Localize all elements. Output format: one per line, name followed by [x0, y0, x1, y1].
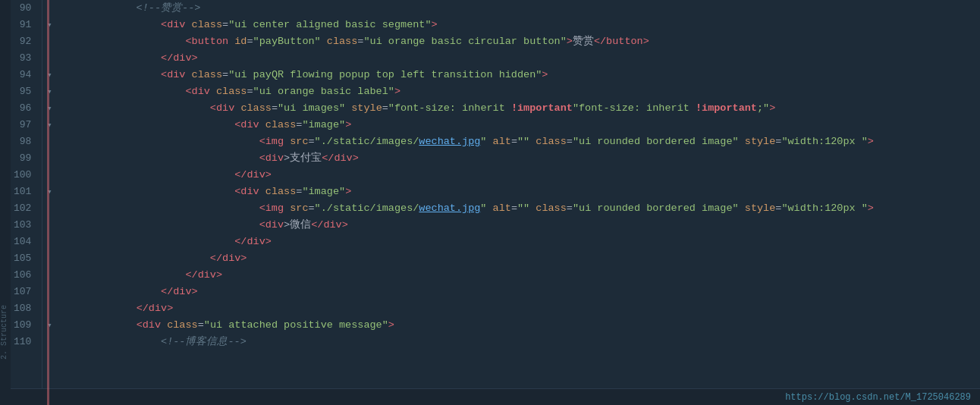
line-number: 108	[14, 300, 36, 317]
line-number: 99	[14, 150, 36, 167]
gutter-cell[interactable]	[42, 50, 56, 67]
code-content: <!--赞赏--> <div class="ui center aligned …	[56, 0, 980, 388]
line-number: 91	[14, 17, 36, 33]
code-line: <div class="ui images" style="font-size:…	[56, 100, 980, 117]
code-line: </div>	[56, 284, 980, 300]
gutter-cell[interactable]	[42, 67, 56, 83]
line-number: 101	[14, 184, 36, 200]
code-line: <div class="image">	[56, 117, 980, 133]
side-label: 2. Structure	[0, 0, 11, 388]
code-line: <div class="ui payQR flowing popup top l…	[56, 67, 980, 83]
line-number: 104	[14, 234, 36, 250]
line-number: 94	[14, 67, 36, 83]
code-line: <img src="./static/images/wechat.jpg" al…	[56, 200, 980, 217]
gutter-cell[interactable]	[42, 133, 56, 150]
gutter	[42, 0, 56, 388]
line-number: 92	[14, 33, 36, 50]
line-number: 110	[14, 334, 36, 350]
code-area: 2. Structure 909192939495969798991001011…	[0, 0, 980, 388]
gutter-cell[interactable]	[42, 83, 56, 100]
line-number: 103	[14, 217, 36, 234]
gutter-cell[interactable]	[42, 117, 56, 133]
line-number: 105	[14, 250, 36, 267]
gutter-cell[interactable]	[42, 334, 56, 350]
code-line: </div>	[56, 50, 980, 67]
code-line: </div>	[56, 267, 980, 284]
line-number: 100	[14, 167, 36, 184]
code-line: </div>	[56, 234, 980, 250]
code-line: <button id="payButton" class="ui orange …	[56, 33, 980, 50]
line-number: 97	[14, 117, 36, 133]
gutter-cell[interactable]	[42, 0, 56, 17]
structure-label: 2. Structure	[0, 305, 11, 359]
code-line: </div>	[56, 250, 980, 267]
line-numbers-inner: 9091929394959697989910010110210310410510…	[14, 0, 36, 350]
code-line: <!--博客信息-->	[56, 334, 980, 350]
gutter-cell[interactable]	[42, 284, 56, 300]
editor-container: 2. Structure 909192939495969798991001011…	[0, 0, 980, 405]
bottom-bar: https://blog.csdn.net/M_1725046289	[0, 388, 980, 405]
line-number: 98	[14, 133, 36, 150]
code-line: <div class="ui center aligned basic segm…	[56, 17, 980, 33]
line-number: 102	[14, 200, 36, 217]
code-line: </div>	[56, 300, 980, 317]
bottom-url: https://blog.csdn.net/M_1725046289	[785, 392, 971, 403]
line-number: 109	[14, 317, 36, 334]
line-number: 106	[14, 267, 36, 284]
gutter-cell[interactable]	[42, 200, 56, 217]
code-line: <div>支付宝</div>	[56, 150, 980, 167]
line-number: 96	[14, 100, 36, 117]
gutter-cell[interactable]	[42, 100, 56, 117]
code-line: </div>	[56, 167, 980, 184]
gutter-cell[interactable]	[42, 33, 56, 50]
code-line: <div class="ui attached positive message…	[56, 317, 980, 334]
code-line: <img src="./static/images/wechat.jpg" al…	[56, 133, 980, 150]
gutter-cell[interactable]	[42, 167, 56, 184]
code-line: <div class="image">	[56, 184, 980, 200]
code-line: <div>微信</div>	[56, 217, 980, 234]
gutter-cell[interactable]	[42, 17, 56, 33]
gutter-cell[interactable]	[42, 250, 56, 267]
gutter-cell[interactable]	[42, 267, 56, 284]
line-number: 107	[14, 284, 36, 300]
gutter-cell[interactable]	[42, 217, 56, 234]
gutter-cell[interactable]	[42, 184, 56, 200]
gutter-cell[interactable]	[42, 234, 56, 250]
code-lines: <!--赞赏--> <div class="ui center aligned …	[56, 0, 980, 350]
left-border	[47, 0, 49, 405]
gutter-cell[interactable]	[42, 317, 56, 334]
code-line: <div class="ui orange basic label">	[56, 83, 980, 100]
gutter-cell[interactable]	[42, 150, 56, 167]
code-line: <!--赞赏-->	[56, 0, 980, 17]
line-number: 93	[14, 50, 36, 67]
gutter-cell[interactable]	[42, 300, 56, 317]
line-number: 90	[14, 0, 36, 17]
line-number: 95	[14, 83, 36, 100]
